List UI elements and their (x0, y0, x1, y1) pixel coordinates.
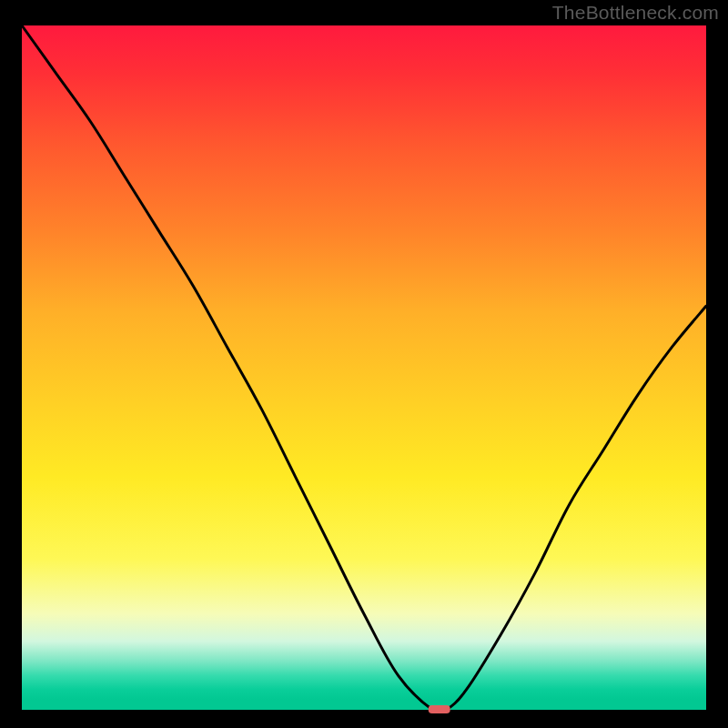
attribution-text: TheBottleneck.com (552, 2, 719, 24)
bottleneck-curve (22, 25, 706, 713)
chart-container: TheBottleneck.com (0, 0, 728, 728)
chart-svg-layer (22, 25, 706, 710)
min-bottleneck-marker (429, 705, 450, 713)
